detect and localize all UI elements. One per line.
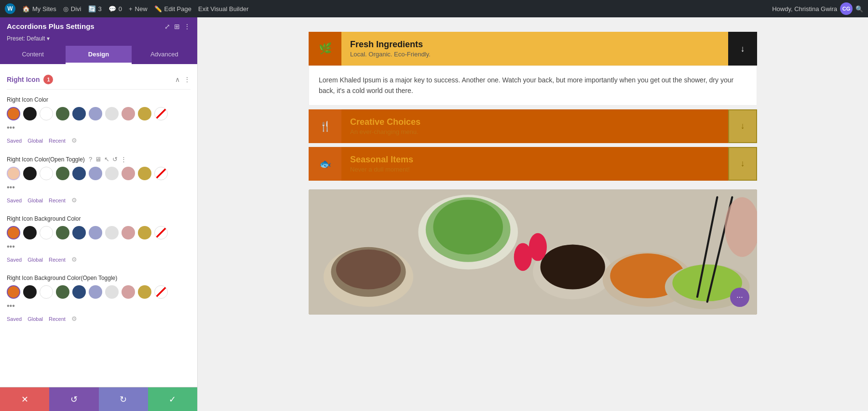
- color-swatch-light-gray-bg-toggle[interactable]: [105, 285, 119, 299]
- sites-icon: 🏠: [22, 5, 30, 13]
- divi-menu[interactable]: ◎ Divi: [63, 5, 81, 13]
- desktop-icon[interactable]: 🖥: [95, 156, 101, 163]
- color-swatch-dark-green-bg[interactable]: [56, 226, 69, 239]
- color-swatch-tan[interactable]: [138, 107, 151, 120]
- color-swatch-pink[interactable]: [122, 107, 135, 120]
- panel-layout-icon[interactable]: ⊞: [174, 23, 180, 30]
- color-swatch-none-toggle[interactable]: [154, 167, 168, 180]
- more-icon[interactable]: ⋮: [121, 156, 127, 163]
- exit-builder-button[interactable]: Exit Visual Builder: [198, 5, 249, 13]
- saved-toggle-link[interactable]: Saved: [7, 198, 22, 203]
- accordion-arrow-box-1[interactable]: ↓: [728, 32, 757, 66]
- color-swatch-pink-bg-toggle[interactable]: [122, 285, 135, 299]
- settings-bg-toggle-icon[interactable]: ⚙: [71, 315, 77, 322]
- accordion-header-2[interactable]: 🍴 Creative Choices An ever-changing menu…: [309, 109, 757, 143]
- chevron-down-icon-1: ↓: [741, 44, 745, 54]
- color-swatch-orange-bg[interactable]: [7, 226, 20, 239]
- global-toggle-link[interactable]: Global: [27, 198, 43, 203]
- my-sites-menu[interactable]: 🏠 My Sites: [22, 5, 56, 13]
- updates-menu[interactable]: 🔄 3: [88, 5, 102, 13]
- color-swatch-white-bg[interactable]: [40, 226, 53, 239]
- cancel-button[interactable]: ✕: [0, 387, 49, 411]
- color-swatch-dark-green-bg-toggle[interactable]: [56, 285, 69, 299]
- color-swatch-none[interactable]: [154, 107, 168, 120]
- saved-bg-toggle-link[interactable]: Saved: [7, 316, 22, 322]
- more-colors-toggle-button[interactable]: •••: [7, 183, 15, 192]
- color-swatch-white-bg-toggle[interactable]: [40, 285, 53, 299]
- color-swatch-tan-bg[interactable]: [138, 226, 151, 239]
- help-icon[interactable]: ?: [89, 156, 92, 163]
- saved-bg-link[interactable]: Saved: [7, 257, 22, 263]
- panel-tabs: Content Design Advanced: [0, 46, 197, 64]
- section-collapse-icon[interactable]: ∧: [175, 76, 180, 83]
- color-swatch-black-bg[interactable]: [23, 226, 37, 239]
- color-swatch-none-bg-toggle[interactable]: [154, 285, 168, 299]
- accordion-arrow-box-3[interactable]: ↓: [728, 147, 757, 181]
- tab-advanced[interactable]: Advanced: [132, 46, 197, 64]
- color-swatch-dark-green-toggle[interactable]: [56, 167, 69, 180]
- reset-icon[interactable]: ↺: [112, 156, 118, 163]
- color-swatch-none-bg[interactable]: [154, 226, 168, 239]
- tab-design[interactable]: Design: [66, 46, 131, 64]
- more-colors-bg-toggle-button[interactable]: •••: [7, 302, 15, 310]
- save-button[interactable]: ✓: [148, 387, 197, 411]
- cursor-icon[interactable]: ↖: [104, 156, 109, 163]
- edit-page-button[interactable]: ✏️ Edit Page: [154, 5, 191, 13]
- undo-button[interactable]: ↺: [49, 387, 98, 411]
- color-swatch-black[interactable]: [23, 107, 37, 120]
- color-swatch-pink-bg[interactable]: [122, 226, 135, 239]
- color-swatch-dark-blue-bg-toggle[interactable]: [72, 285, 86, 299]
- global-link[interactable]: Global: [27, 138, 43, 144]
- panel-resize-icon[interactable]: ⤢: [164, 23, 170, 30]
- color-swatch-light-gray-bg[interactable]: [105, 226, 119, 239]
- section-more-icon[interactable]: ⋮: [184, 76, 190, 83]
- color-swatch-dark-blue-bg[interactable]: [72, 226, 86, 239]
- accordion-header-3[interactable]: 🐟 Seasonal Items Never a dull moment! ↓: [309, 147, 757, 181]
- panel-more-icon[interactable]: ⋮: [184, 23, 190, 30]
- more-colors-bg-button[interactable]: •••: [7, 242, 15, 251]
- search-icon[interactable]: 🔍: [855, 5, 863, 13]
- user-menu[interactable]: Howdy, Christina Gwira CG 🔍: [772, 2, 863, 15]
- color-swatch-orange[interactable]: [7, 107, 20, 120]
- color-swatch-light-gray[interactable]: [105, 107, 119, 120]
- color-swatch-tan-bg-toggle[interactable]: [138, 285, 151, 299]
- more-colors-button[interactable]: •••: [7, 123, 15, 132]
- accordion-arrow-box-2[interactable]: ↓: [728, 109, 757, 143]
- tab-content[interactable]: Content: [0, 46, 66, 64]
- color-swatch-light-purple-bg-toggle[interactable]: [89, 285, 102, 299]
- color-swatch-light-purple[interactable]: [89, 107, 102, 120]
- color-swatch-dark-blue-toggle[interactable]: [72, 167, 86, 180]
- comments-menu[interactable]: 💬 0: [108, 5, 122, 13]
- recent-toggle-link[interactable]: Recent: [49, 198, 66, 203]
- color-swatch-black-toggle[interactable]: [23, 167, 37, 180]
- color-swatch-orange-toggle[interactable]: [7, 167, 20, 180]
- wordpress-icon[interactable]: W: [5, 3, 15, 14]
- recent-link[interactable]: Recent: [49, 138, 66, 144]
- color-swatch-dark-green[interactable]: [56, 107, 69, 120]
- color-swatch-white[interactable]: [40, 107, 53, 120]
- color-swatch-tan-toggle[interactable]: [138, 167, 151, 180]
- color-swatch-black-bg-toggle[interactable]: [23, 285, 37, 299]
- color-swatch-dark-blue[interactable]: [72, 107, 86, 120]
- new-button[interactable]: + New: [129, 5, 148, 13]
- recent-bg-link[interactable]: Recent: [49, 257, 66, 263]
- settings-toggle-icon[interactable]: ⚙: [71, 197, 77, 204]
- avatar: CG: [840, 2, 853, 15]
- recent-bg-toggle-link[interactable]: Recent: [49, 316, 66, 322]
- saved-link[interactable]: Saved: [7, 138, 22, 144]
- global-bg-toggle-link[interactable]: Global: [27, 316, 43, 322]
- redo-button[interactable]: ↻: [99, 387, 148, 411]
- color-swatch-light-gray-toggle[interactable]: [105, 167, 119, 180]
- color-swatch-light-purple-toggle[interactable]: [89, 167, 102, 180]
- color-swatch-white-toggle[interactable]: [40, 167, 53, 180]
- global-bg-link[interactable]: Global: [27, 257, 43, 263]
- settings-bg-icon[interactable]: ⚙: [71, 256, 77, 263]
- panel-header: Accordions Plus Settings ⤢ ⊞ ⋮: [0, 17, 197, 33]
- color-swatch-pink-toggle[interactable]: [122, 167, 135, 180]
- color-swatch-light-purple-bg[interactable]: [89, 226, 102, 239]
- color-swatch-orange-bg-toggle[interactable]: [7, 285, 20, 299]
- preset-selector[interactable]: Preset: Default ▾: [0, 33, 197, 46]
- settings-icon[interactable]: ⚙: [71, 137, 77, 144]
- accordion-header-1[interactable]: 🌿 Fresh Ingredients Local. Organic. Eco-…: [309, 32, 757, 66]
- floating-action-button[interactable]: ···: [730, 288, 749, 307]
